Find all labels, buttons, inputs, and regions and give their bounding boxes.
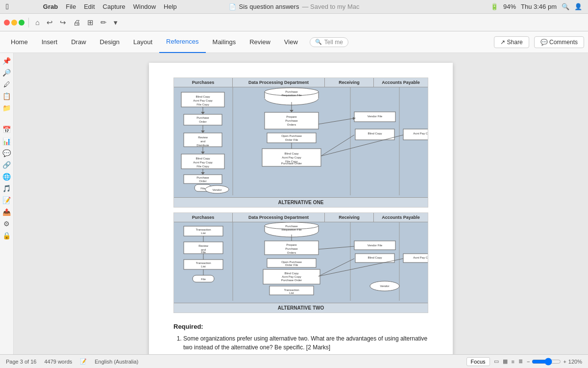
menu-window[interactable]: Window — [133, 3, 156, 10]
toolbar-sep-1 — [28, 18, 29, 27]
share-icon: ↗ — [500, 39, 505, 46]
zoom-increase-btn[interactable]: + — [563, 359, 566, 365]
diagram-alt2-header: Purchases Data Processing Department Rec… — [174, 213, 428, 222]
svg-text:Open Purchase: Open Purchase — [281, 134, 302, 137]
zoom-level: 120% — [568, 359, 582, 365]
comments-button[interactable]: 💬 Comments — [534, 36, 584, 48]
question-list: Some organizations prefer using alternat… — [173, 334, 428, 354]
svg-text:Blind Copy: Blind Copy — [196, 95, 210, 98]
sidebar-icon-6[interactable]: 📅 — [2, 126, 11, 133]
zoom-slider[interactable] — [532, 358, 561, 366]
undo-btn[interactable]: ↩ — [44, 17, 55, 28]
diagram-alt2-wrapper: Purchases Data Processing Department Rec… — [173, 212, 428, 313]
sidebar-icon-1[interactable]: 📌 — [2, 57, 11, 65]
redo-btn[interactable]: ↪ — [57, 17, 69, 28]
svg-text:Blind Copy: Blind Copy — [196, 157, 210, 160]
titlebar:  Grab File Edit Capture Window Help 📄 S… — [0, 0, 588, 14]
tab-draw[interactable]: Draw — [64, 31, 93, 53]
svg-text:Review: Review — [198, 136, 208, 139]
view-icon-1[interactable]: ▭ — [494, 358, 499, 365]
diagram-alt1-wrapper: Purchases Data Processing Department Rec… — [173, 78, 428, 208]
svg-text:Purchase: Purchase — [285, 90, 298, 93]
tab-review[interactable]: Review — [243, 31, 277, 53]
sidebar-icon-12[interactable]: 📝 — [2, 196, 11, 204]
svg-text:Prepare: Prepare — [286, 115, 297, 118]
col-header-data-2: Data Processing Department — [233, 213, 325, 222]
svg-text:List: List — [201, 265, 206, 268]
tab-references[interactable]: References — [159, 31, 205, 53]
svg-text:Order File: Order File — [285, 138, 298, 141]
svg-text:Review: Review — [198, 244, 208, 247]
window-icon: 📄 — [229, 3, 236, 10]
sidebar-icon-9[interactable]: 🔗 — [2, 161, 11, 169]
sidebar-icon-7[interactable]: 📊 — [2, 137, 11, 145]
apple-menu-icon[interactable]:  — [6, 2, 9, 11]
focus-button[interactable]: Focus — [466, 357, 490, 366]
view-icon-4[interactable]: ≣ — [518, 358, 523, 365]
traffic-light-red[interactable] — [4, 20, 10, 26]
share-button[interactable]: ↗ Share — [494, 36, 529, 48]
document-page: Purchases Data Processing Department Rec… — [149, 63, 453, 354]
menu-capture[interactable]: Capture — [103, 3, 125, 10]
sidebar-icon-8[interactable]: 💬 — [2, 149, 11, 157]
sidebar-icon-2[interactable]: 🔎 — [2, 69, 11, 77]
svg-text:Vendor: Vendor — [380, 285, 389, 288]
zoom-control[interactable]: − + 120% — [527, 358, 582, 366]
traffic-light-green[interactable] — [19, 20, 24, 26]
svg-text:Blind Copy: Blind Copy — [284, 152, 298, 155]
svg-text:Blind Copy: Blind Copy — [284, 272, 298, 275]
share-label: Share — [507, 39, 523, 46]
main-area: 📌 🔎 🖊 📋 📁 📅 📊 💬 🔗 🌐 🎵 📝 📤 ⚙ 🔒 Purchases … — [0, 53, 588, 354]
doc-subtitle: — Saved to my Mac — [302, 3, 359, 10]
tab-view[interactable]: View — [277, 31, 305, 53]
battery-icon: 🔋 — [490, 3, 498, 10]
view-icon-3[interactable]: ≡ — [512, 359, 514, 365]
sidebar-icon-15[interactable]: 🔒 — [2, 232, 11, 239]
zoom-decrease-btn[interactable]: − — [527, 359, 530, 365]
tab-insert[interactable]: Insert — [35, 31, 65, 53]
tab-home[interactable]: Home — [4, 31, 35, 53]
tab-layout[interactable]: Layout — [126, 31, 159, 53]
tab-mailings[interactable]: Mailings — [206, 31, 243, 53]
sidebar-icon-4[interactable]: 📋 — [2, 92, 11, 100]
menu-file[interactable]: File — [66, 3, 76, 10]
menu-grab[interactable]: Grab — [43, 3, 58, 10]
doc-area[interactable]: Purchases Data Processing Department Rec… — [14, 53, 588, 354]
svg-text:File Copy: File Copy — [196, 165, 209, 168]
view-icon-2[interactable]: ▦ — [503, 358, 508, 365]
svg-text:Order: Order — [199, 180, 206, 183]
svg-text:Prepare: Prepare — [286, 243, 297, 246]
sidebar-icon-10[interactable]: 🌐 — [2, 173, 11, 181]
tell-me-text[interactable]: Tell me — [324, 39, 343, 46]
menu-edit[interactable]: Edit — [84, 3, 95, 10]
search-icon[interactable]: 🔍 — [562, 3, 569, 10]
edit-btn[interactable]: ✏ — [98, 17, 109, 28]
comments-icon: 💬 — [540, 39, 548, 46]
comments-label: Comments — [549, 39, 578, 46]
home-btn[interactable]: ⌂ — [33, 17, 42, 27]
svg-text:Acnt Pay Copy: Acnt Pay Copy — [413, 132, 428, 135]
user-icon[interactable]: 👤 — [574, 3, 582, 10]
tab-design[interactable]: Design — [93, 31, 126, 53]
svg-text:Acnt Pay Copy: Acnt Pay Copy — [282, 275, 301, 278]
svg-rect-67 — [184, 226, 223, 236]
alt1-diagram-svg: Blind Copy Acnt Pay Copy File Copy Purch… — [174, 87, 428, 195]
alt2-footer: ALTERNATIVE TWO — [174, 303, 428, 313]
menu-help[interactable]: Help — [164, 3, 177, 10]
grid-btn[interactable]: ⊞ — [85, 17, 96, 28]
diagram-alt1: Purchases Data Processing Department Rec… — [173, 78, 428, 313]
svg-text:Requisition File: Requisition File — [281, 94, 302, 97]
sidebar-icon-11[interactable]: 🎵 — [2, 184, 11, 192]
sidebar-icon-14[interactable]: ⚙ — [3, 220, 10, 228]
edit-icon[interactable]: 📝 — [80, 358, 87, 365]
svg-line-61 — [318, 118, 354, 124]
sidebar-icon-13[interactable]: 📤 — [2, 208, 11, 216]
sidebar-icon-3[interactable]: 🖊 — [3, 80, 10, 88]
sidebar-icon-5[interactable]: 📁 — [2, 104, 11, 112]
page-info: Page 3 of 16 — [6, 359, 36, 365]
traffic-light-yellow[interactable] — [11, 20, 17, 26]
dropdown-btn[interactable]: ▾ — [111, 17, 120, 28]
svg-text:Purchase Order: Purchase Order — [281, 279, 302, 282]
svg-text:Vendor: Vendor — [212, 188, 221, 191]
print-btn[interactable]: 🖨 — [71, 17, 83, 27]
